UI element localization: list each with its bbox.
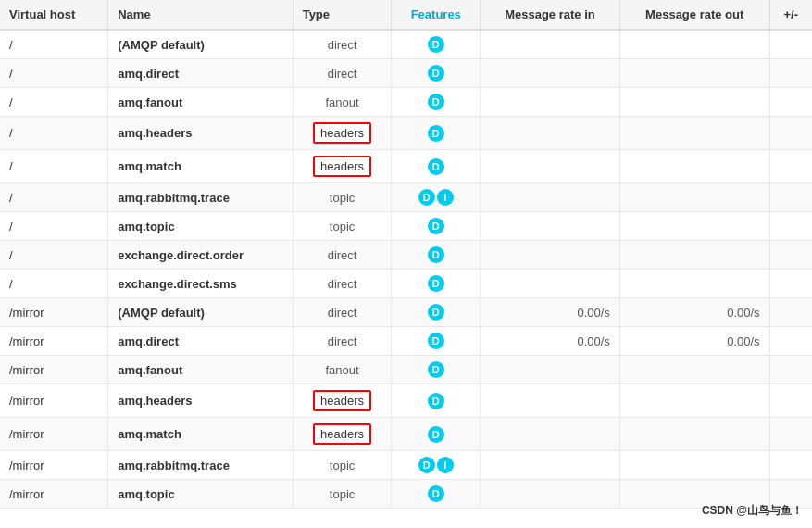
cell-name: amq.direct <box>108 59 293 88</box>
cell-type: topic <box>293 480 392 509</box>
cell-actions <box>769 418 812 451</box>
cell-features: D <box>392 88 481 117</box>
table-row[interactable]: /exchange.direct.smsdirectD <box>0 270 812 298</box>
durable-badge: D <box>428 304 444 321</box>
cell-virtual-host: / <box>0 150 108 183</box>
internal-badge: I <box>437 189 454 206</box>
cell-virtual-host: /mirror <box>0 298 108 327</box>
cell-msg-rate-in <box>481 150 620 183</box>
cell-actions <box>769 212 812 241</box>
cell-type: headers <box>293 384 392 418</box>
cell-actions <box>769 183 812 212</box>
table-row[interactable]: /mirror(AMQP default)directD0.00/s0.00/s <box>0 298 812 327</box>
cell-virtual-host: / <box>0 212 108 241</box>
cell-msg-rate-in <box>481 270 620 298</box>
cell-msg-rate-out <box>619 183 769 212</box>
table-row[interactable]: /exchange.direct.orderdirectD <box>0 241 812 270</box>
cell-msg-rate-out <box>619 384 769 418</box>
cell-msg-rate-in <box>481 451 620 480</box>
col-actions: +/- <box>769 0 812 30</box>
durable-badge: D <box>428 218 444 234</box>
cell-type: fanout <box>293 356 392 384</box>
cell-type: headers <box>293 150 392 183</box>
col-name: Name <box>108 0 293 30</box>
table-row[interactable]: /amq.fanoutfanoutD <box>0 88 812 117</box>
table-row[interactable]: /mirroramq.fanoutfanoutD <box>0 356 812 384</box>
durable-badge: D <box>428 275 444 292</box>
table-row[interactable]: /mirroramq.topictopicD <box>0 480 812 509</box>
table-row[interactable]: /amq.topictopicD <box>0 212 812 241</box>
cell-virtual-host: / <box>0 270 108 298</box>
cell-features: D <box>392 298 481 327</box>
cell-type: fanout <box>293 88 392 117</box>
cell-msg-rate-in: 0.00/s <box>481 327 620 356</box>
cell-features: D <box>392 327 481 356</box>
cell-msg-rate-out <box>619 212 769 241</box>
cell-actions <box>769 88 812 117</box>
cell-features: D <box>392 117 481 150</box>
cell-virtual-host: /mirror <box>0 327 108 356</box>
cell-type: direct <box>293 298 392 327</box>
cell-name: amq.direct <box>108 327 293 356</box>
col-features: Features <box>392 0 481 30</box>
cell-virtual-host: / <box>0 88 108 117</box>
cell-virtual-host: /mirror <box>0 384 108 418</box>
table-row[interactable]: /amq.matchheadersD <box>0 150 812 183</box>
table-row[interactable]: /amq.headersheadersD <box>0 117 812 150</box>
cell-virtual-host: / <box>0 117 108 150</box>
table-row[interactable]: /mirroramq.rabbitmq.tracetopicDI <box>0 451 812 480</box>
cell-msg-rate-out: 0.00/s <box>619 298 769 327</box>
cell-actions <box>769 117 812 150</box>
cell-features: DI <box>392 451 481 480</box>
cell-virtual-host: / <box>0 30 108 59</box>
cell-actions <box>769 241 812 270</box>
cell-actions <box>769 150 812 183</box>
cell-msg-rate-in: 0.00/s <box>481 298 620 327</box>
cell-msg-rate-in <box>481 117 620 150</box>
durable-badge: D <box>428 65 444 82</box>
cell-msg-rate-out <box>619 150 769 183</box>
cell-actions <box>769 327 812 356</box>
cell-features: D <box>392 270 481 298</box>
table-header-row: Virtual host Name Type Features Message … <box>0 0 812 30</box>
cell-type: headers <box>293 418 392 451</box>
cell-msg-rate-out <box>619 241 769 270</box>
cell-features: D <box>392 356 481 384</box>
table-row[interactable]: /mirroramq.matchheadersD <box>0 418 812 451</box>
type-highlighted-badge: headers <box>313 122 371 144</box>
cell-features: DI <box>392 183 481 212</box>
cell-virtual-host: / <box>0 183 108 212</box>
table-row[interactable]: /(AMQP default)directD <box>0 30 812 59</box>
cell-msg-rate-out <box>619 418 769 451</box>
cell-msg-rate-in <box>481 241 620 270</box>
cell-msg-rate-out <box>619 88 769 117</box>
cell-name: (AMQP default) <box>108 298 293 327</box>
table-row[interactable]: /mirroramq.headersheadersD <box>0 384 812 418</box>
cell-features: D <box>392 212 481 241</box>
cell-name: amq.rabbitmq.trace <box>108 183 293 212</box>
cell-actions <box>769 59 812 88</box>
cell-name: amq.match <box>108 418 293 451</box>
cell-type: headers <box>293 117 392 150</box>
cell-features: D <box>392 384 481 418</box>
cell-type: direct <box>293 270 392 298</box>
type-highlighted-badge: headers <box>313 423 371 445</box>
col-msg-rate-out: Message rate out <box>619 0 769 30</box>
table-row[interactable]: /amq.directdirectD <box>0 59 812 88</box>
table-body: /(AMQP default)directD/amq.directdirectD… <box>0 30 812 509</box>
cell-msg-rate-in <box>481 59 620 88</box>
cell-actions <box>769 270 812 298</box>
table-row[interactable]: /mirroramq.directdirectD0.00/s0.00/s <box>0 327 812 356</box>
cell-msg-rate-out <box>619 117 769 150</box>
cell-msg-rate-in <box>481 418 620 451</box>
cell-actions <box>769 384 812 418</box>
table-row[interactable]: /amq.rabbitmq.tracetopicDI <box>0 183 812 212</box>
cell-virtual-host: / <box>0 241 108 270</box>
cell-msg-rate-out <box>619 59 769 88</box>
durable-badge: D <box>428 393 444 409</box>
cell-type: direct <box>293 327 392 356</box>
cell-type: topic <box>293 183 392 212</box>
durable-badge: D <box>428 333 444 349</box>
cell-actions <box>769 298 812 327</box>
durable-badge: D <box>428 158 444 175</box>
